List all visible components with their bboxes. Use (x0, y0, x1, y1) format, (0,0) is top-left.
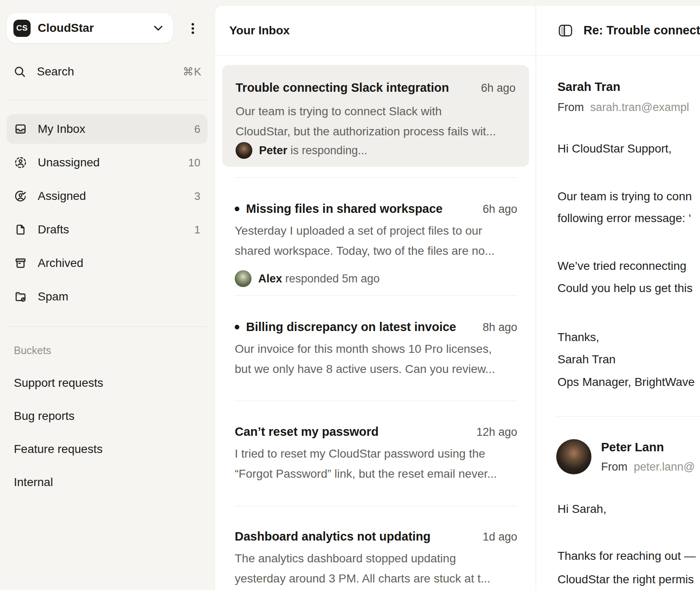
message-line: following error message: ‘ (557, 207, 691, 229)
message-line: Thanks for reaching out — (557, 545, 696, 567)
conversation-preview: shared workspace. Today, two of the file… (235, 241, 517, 261)
agent-from-row: Frompeter.lann@ (601, 458, 695, 475)
user-check-icon (14, 190, 27, 202)
message-line: Sarah Tran (557, 349, 616, 370)
sender-name: Sarah Tran (557, 78, 620, 95)
message-thread: Sarah Tran Fromsarah.tran@exampl Hi Clou… (536, 56, 700, 590)
list-divider (235, 401, 517, 401)
search-shortcut: ⌘K (183, 65, 202, 78)
message-line: Our team is trying to conn (557, 186, 692, 207)
sidebar-item-label: Drafts (38, 223, 69, 236)
sidebar-item-internal[interactable]: Internal (7, 471, 207, 494)
workspace-name: CloudStar (38, 21, 94, 35)
agent-name: Peter Lann (601, 439, 664, 455)
conversation-preview: Our invoice for this month shows 10 Pro … (235, 339, 517, 359)
user-unassigned-icon (14, 156, 27, 169)
conversation-subject: Re: Trouble connectin (583, 23, 700, 37)
sidebar-item-bug-reports[interactable]: Bug reports (7, 404, 207, 428)
sidebar-item-label: Archived (38, 256, 83, 270)
responder-status: Peter is responding... (259, 144, 367, 157)
sidebar-item-drafts[interactable]: Drafts 1 (7, 215, 207, 244)
sidebar-item-label: Unassigned (38, 156, 100, 169)
list-divider (235, 295, 517, 296)
sidebar-item-archived[interactable]: Archived (7, 248, 207, 278)
message-line: Thanks, (557, 326, 599, 348)
sidebar-item-assigned[interactable]: Assigned 3 (7, 181, 207, 211)
conversation-time: 8h ago (474, 319, 517, 336)
conversation-row[interactable]: Dashboard analytics not updating 1d ago … (235, 528, 517, 589)
conversation-preview: The analytics dashboard stopped updating (235, 549, 517, 569)
conversation-title: Billing discrepancy on latest invoice (246, 318, 456, 335)
conversation-preview: Our team is trying to connect Slack with (236, 101, 516, 122)
conversation-title: Dashboard analytics not updating (235, 528, 430, 545)
conversation-time: 1d ago (474, 528, 517, 545)
sidebar-item-count: 3 (194, 190, 200, 203)
message-line: Could you help us get this (557, 277, 692, 299)
message-line: Hi Sarah, (557, 498, 607, 520)
sidebar-item-unassigned[interactable]: Unassigned 10 (7, 148, 207, 177)
search-label: Search (37, 65, 74, 78)
message-line: CloudStar the right permis (557, 569, 694, 590)
conversation-title: Trouble connecting Slack integration (236, 78, 449, 97)
inbox-icon (14, 123, 27, 135)
message-line: We’ve tried reconnecting (557, 255, 687, 277)
chevron-down-icon (153, 25, 163, 31)
sender-from-row: Fromsarah.tran@exampl (557, 99, 689, 116)
avatar (556, 439, 591, 474)
conversation-preview: yesterday around 3 PM. All charts are st… (235, 569, 517, 589)
list-divider (235, 506, 517, 506)
panel-left-toggle-icon[interactable] (558, 24, 573, 37)
conversation-card-selected[interactable]: Trouble connecting Slack integration 6h … (222, 65, 529, 167)
conversation-row[interactable]: Billing discrepancy on latest invoice 8h… (235, 318, 517, 379)
conversation-preview: but we only have 8 active users. Can you… (235, 359, 517, 379)
sidebar-item-support-requests[interactable]: Support requests (7, 371, 207, 395)
search-button[interactable]: Search ⌘K (7, 57, 207, 86)
conversation-preview: I tried to reset my CloudStar password u… (235, 444, 517, 464)
archive-icon (14, 257, 27, 269)
sidebar-item-count: 1 (194, 223, 200, 236)
search-icon (13, 65, 26, 78)
sidebar-divider (7, 100, 207, 101)
sidebar-item-count: 6 (194, 123, 200, 136)
workspace-switcher[interactable]: CS CloudStar (7, 13, 173, 43)
message-divider (556, 416, 700, 417)
conversation-time: 12h ago (468, 424, 517, 440)
unread-dot (235, 207, 239, 211)
sidebar-item-count: 10 (188, 156, 200, 169)
list-divider (235, 177, 517, 178)
file-icon (14, 223, 27, 236)
sidebar-item-my-inbox[interactable]: My Inbox 6 (7, 114, 207, 144)
conversation-preview: CloudStar, but the authorization process… (236, 122, 516, 142)
kebab-menu-icon[interactable] (186, 20, 200, 37)
folder-block-icon (14, 290, 27, 303)
responder-status: Alex responded 5m ago (258, 272, 380, 285)
conversation-time: 6h ago (472, 79, 516, 97)
conversation-list: Trouble connecting Slack integration 6h … (215, 56, 536, 590)
inbox-list-header: Your Inbox (215, 5, 536, 56)
unread-dot (235, 325, 239, 329)
conversation-title: Can’t reset my password (235, 423, 379, 440)
message-line: Hi CloudStar Support, (557, 138, 671, 160)
agent-email: peter.lann@ (634, 461, 695, 473)
sidebar-item-label: My Inbox (38, 122, 86, 136)
sidebar-item-label: Assigned (38, 189, 86, 203)
page-title: Your Inbox (229, 24, 290, 37)
conversation-preview: “Forgot Password” link, but the reset em… (235, 464, 517, 484)
sidebar-item-spam[interactable]: Spam (7, 282, 207, 311)
sidebar-item-label: Spam (38, 290, 68, 303)
message-line: Ops Manager, BrightWave (557, 371, 695, 393)
conversation-preview: Yesterday I uploaded a set of project fi… (235, 221, 517, 241)
conversation-row[interactable]: Missing files in shared workspace 6h ago… (235, 200, 517, 287)
conversation-time: 6h ago (474, 201, 517, 217)
buckets-section-label: Buckets (14, 344, 51, 357)
sender-email: sarah.tran@exampl (590, 101, 689, 114)
inbox-list-column: Your Inbox Trouble connecting Slack inte… (215, 5, 536, 590)
main-panel: Your Inbox Trouble connecting Slack inte… (215, 5, 700, 590)
conversation-title: Missing files in shared workspace (246, 200, 443, 217)
detail-header: Re: Trouble connectin (536, 5, 700, 56)
sidebar: CS CloudStar Search ⌘K My Inbox 6 (0, 0, 215, 590)
conversation-detail-column: Re: Trouble connectin Sarah Tran Fromsar… (536, 5, 700, 590)
workspace-logo: CS (13, 20, 31, 37)
sidebar-item-feature-requests[interactable]: Feature requests (7, 437, 207, 461)
conversation-row[interactable]: Can’t reset my password 12h ago I tried … (235, 423, 517, 484)
